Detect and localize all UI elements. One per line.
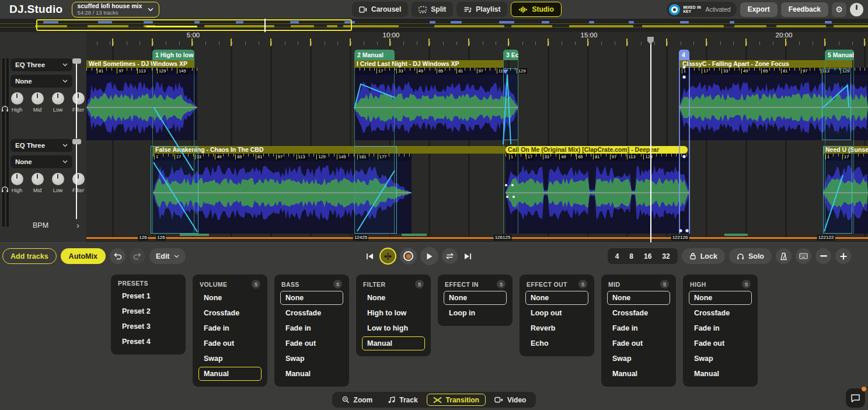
- option-manual[interactable]: Manual: [607, 367, 670, 381]
- track-block[interactable]: 8197113129145: [86, 68, 197, 140]
- transition-handle[interactable]: [682, 155, 686, 158]
- mix-selector[interactable]: scuffed lofi house mix vc 54:28 / 13 tra…: [72, 2, 159, 18]
- track-title[interactable]: Call On Me (Original Mix) [ClapCrate.com…: [506, 146, 688, 154]
- option-fade-out[interactable]: Fade out: [280, 336, 343, 350]
- tab-carousel[interactable]: Carousel: [352, 2, 408, 17]
- zoom-out-button[interactable]: [815, 248, 831, 264]
- beat-jump-32[interactable]: 32: [657, 252, 675, 260]
- zoom-in-button[interactable]: [835, 248, 851, 264]
- automix-button[interactable]: AutoMix: [61, 248, 106, 264]
- knob-high[interactable]: [11, 173, 23, 185]
- transition-edge[interactable]: [679, 60, 680, 234]
- sync-badge[interactable]: S: [252, 280, 260, 289]
- beat-jump-4[interactable]: 4: [610, 252, 625, 260]
- tab-studio[interactable]: Studio: [511, 2, 561, 17]
- transition-edge[interactable]: [689, 60, 690, 234]
- sync-badge[interactable]: S: [415, 280, 424, 289]
- track-title[interactable]: False Awakening - Chaos In The CBD: [153, 146, 506, 154]
- knob-low[interactable]: [52, 173, 64, 185]
- cue-marker[interactable]: [503, 70, 508, 74]
- track-block[interactable]: 173349658197113129: [354, 68, 518, 140]
- transition-marker[interactable]: 2 Manual: [354, 50, 395, 60]
- transition-edge[interactable]: [194, 60, 194, 234]
- transition-edge[interactable]: [853, 60, 854, 234]
- transition-handle[interactable]: [682, 65, 686, 69]
- headphones-cue-icon[interactable]: [1, 105, 9, 112]
- option-low-to-high[interactable]: Low to high: [362, 321, 425, 335]
- option-manual[interactable]: Manual: [280, 367, 343, 381]
- deck-volume-fader[interactable]: [76, 139, 85, 219]
- sync-badge[interactable]: S: [660, 280, 669, 289]
- option-crossfade[interactable]: Crossfade: [198, 306, 262, 320]
- track-title[interactable]: ClassyC - Falling Apart - Zone Focus: [680, 60, 852, 68]
- overview-viewport[interactable]: [36, 19, 352, 31]
- option-fade-in[interactable]: Fade in: [607, 321, 670, 335]
- option-none[interactable]: None: [607, 291, 670, 305]
- skip-to-end-button[interactable]: [461, 248, 474, 265]
- transition-edge[interactable]: [825, 60, 825, 234]
- transition-marker[interactable]: 1 High to low: [152, 50, 194, 60]
- tab-playlist[interactable]: Playlist: [456, 2, 507, 17]
- transition-edge[interactable]: [152, 60, 153, 234]
- transition-edge[interactable]: [518, 60, 518, 234]
- mode-zoom[interactable]: Zoom: [336, 394, 379, 406]
- knob-mid[interactable]: [32, 173, 44, 185]
- sync-badge[interactable]: S: [742, 280, 751, 289]
- transition-edge[interactable]: [354, 60, 355, 234]
- play-button[interactable]: [420, 247, 438, 265]
- option-fade-out[interactable]: Fade out: [689, 336, 752, 350]
- skip-to-start-button[interactable]: [363, 248, 376, 265]
- transition-handle[interactable]: [685, 229, 689, 232]
- knob-low[interactable]: [52, 92, 64, 105]
- option-crossfade[interactable]: Crossfade: [280, 306, 343, 320]
- option-fade-in[interactable]: Fade in: [689, 321, 752, 335]
- sync-badge[interactable]: S: [578, 280, 587, 289]
- fade-handle[interactable]: [506, 196, 508, 198]
- option-manual[interactable]: Manual: [362, 336, 425, 350]
- keyboard-shortcuts-button[interactable]: [796, 248, 811, 264]
- option-loop-in[interactable]: Loop in: [444, 306, 507, 320]
- fade-handle[interactable]: [505, 184, 507, 186]
- tab-split[interactable]: Split: [412, 2, 453, 17]
- option-manual[interactable]: Manual: [689, 367, 752, 381]
- option-reverb[interactable]: Reverb: [525, 321, 588, 335]
- knob-mid[interactable]: [32, 92, 44, 105]
- redo-button[interactable]: [130, 248, 145, 264]
- option-fade-in[interactable]: Fade in: [198, 321, 262, 335]
- deck-volume-fader[interactable]: [76, 58, 85, 138]
- fx-select[interactable]: None: [11, 75, 72, 88]
- auto-cue-transition-button[interactable]: [379, 248, 396, 265]
- transition-edge[interactable]: [394, 60, 395, 234]
- fx-select[interactable]: None: [11, 155, 72, 168]
- timeline[interactable]: 5:0010:0015:0020:008197113129145Well Som…: [86, 32, 868, 242]
- beat-jump-8[interactable]: 8: [624, 252, 639, 260]
- option-crossfade[interactable]: Crossfade: [607, 306, 670, 320]
- transition-marker[interactable]: 3 Echo: [503, 50, 518, 60]
- playhead-line[interactable]: [650, 44, 651, 242]
- bpm-section-toggle[interactable]: BPM ›: [0, 220, 86, 230]
- option-none[interactable]: None: [444, 291, 507, 305]
- mode-video[interactable]: Video: [488, 394, 532, 406]
- option-preset-2[interactable]: Preset 2: [117, 304, 180, 318]
- option-preset-3[interactable]: Preset 3: [117, 319, 180, 333]
- option-crossfade[interactable]: Crossfade: [689, 306, 752, 320]
- option-none[interactable]: None: [525, 291, 588, 305]
- option-preset-1[interactable]: Preset 1: [117, 289, 180, 303]
- option-fade-out[interactable]: Fade out: [198, 336, 262, 350]
- record-button[interactable]: [400, 248, 417, 265]
- transition-marker[interactable]: 5 Manual: [825, 50, 854, 60]
- loop-button[interactable]: [442, 248, 458, 264]
- option-none[interactable]: None: [689, 291, 752, 305]
- mixedinkey-badge[interactable]: MIXED IN KEY Activated: [667, 2, 736, 17]
- option-none[interactable]: None: [362, 291, 425, 305]
- sync-badge[interactable]: S: [333, 280, 342, 289]
- beat-jump-16[interactable]: 16: [639, 252, 657, 260]
- lock-button[interactable]: Lock: [682, 248, 725, 264]
- sync-badge[interactable]: S: [497, 280, 506, 289]
- feedback-button[interactable]: Feedback: [781, 2, 828, 17]
- timeline-overview[interactable]: [0, 19, 868, 32]
- edit-menu-button[interactable]: Edit: [149, 248, 186, 264]
- add-tracks-button[interactable]: Add tracks: [2, 248, 57, 264]
- option-fade-out[interactable]: Fade out: [607, 336, 670, 350]
- transition-marker[interactable]: 4: [679, 50, 689, 60]
